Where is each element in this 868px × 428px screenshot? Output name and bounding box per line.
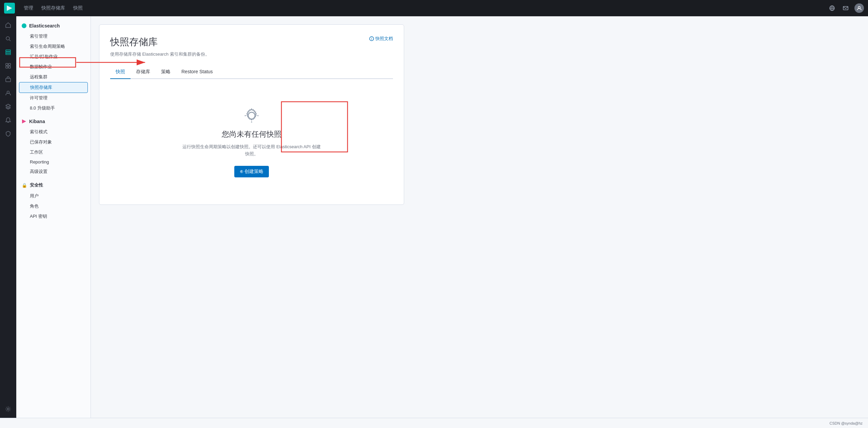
svg-point-16 bbox=[7, 408, 9, 410]
tab-repo[interactable]: 存储库 bbox=[131, 65, 156, 79]
nav-item-advanced-settings[interactable]: 高级设置 bbox=[16, 167, 91, 177]
sidebar-icon-bell[interactable] bbox=[2, 114, 14, 126]
user-avatar[interactable] bbox=[854, 3, 864, 13]
sidebar-icon-settings[interactable] bbox=[2, 403, 14, 415]
top-nav: 管理 快照存储库 快照 bbox=[20, 3, 86, 13]
svg-point-5 bbox=[6, 37, 9, 40]
svg-rect-13 bbox=[8, 66, 11, 68]
elasticsearch-section-header: Elasticsearch bbox=[16, 20, 91, 31]
kibana-section-header: Kibana bbox=[16, 116, 91, 127]
tabs-container: 快照 存储库 策略 Restore Status bbox=[110, 65, 393, 79]
kibana-section-icon bbox=[22, 119, 26, 124]
nav-item-dataframe[interactable]: 数据帧作业 bbox=[16, 62, 91, 72]
svg-line-6 bbox=[9, 40, 11, 41]
svg-rect-14 bbox=[6, 78, 11, 82]
sidebar-icon-stack[interactable] bbox=[2, 46, 14, 58]
nav-section-security: 🔒 安全性 用户 角色 API 密钥 bbox=[16, 179, 91, 221]
nav-item-license[interactable]: 许可管理 bbox=[16, 93, 91, 103]
nav-item-workspace[interactable]: 工作区 bbox=[16, 147, 91, 157]
create-policy-button[interactable]: ⊕ 创建策略 bbox=[234, 166, 269, 177]
elasticsearch-dot-icon bbox=[22, 23, 26, 28]
svg-point-4 bbox=[858, 6, 860, 8]
top-bar: 管理 快照存储库 快照 bbox=[0, 0, 868, 16]
nav-section-elasticsearch: Elasticsearch 索引管理 索引生命周期策略 汇总/打包作业 数据帧作… bbox=[16, 20, 91, 113]
svg-rect-12 bbox=[6, 66, 8, 68]
nav-item-users[interactable]: 用户 bbox=[16, 191, 91, 201]
mail-icon[interactable] bbox=[841, 3, 850, 13]
nav-item-index-management[interactable]: 索引管理 bbox=[16, 31, 91, 41]
nav-item-upgrade[interactable]: 8.0 升级助手 bbox=[16, 103, 91, 113]
tab-policy[interactable]: 策略 bbox=[156, 65, 176, 79]
main-layout: Elasticsearch 索引管理 索引生命周期策略 汇总/打包作业 数据帧作… bbox=[0, 16, 868, 418]
gear-icon-large bbox=[242, 106, 261, 125]
nav-item-ilm[interactable]: 索引生命周期策略 bbox=[16, 41, 91, 52]
nav-item-manage[interactable]: 管理 bbox=[20, 3, 37, 13]
nav-item-index-pattern[interactable]: 索引模式 bbox=[16, 127, 91, 137]
security-lock-icon: 🔒 bbox=[22, 183, 27, 188]
nav-item-roles[interactable]: 角色 bbox=[16, 201, 91, 211]
doc-link-label: 快照文档 bbox=[375, 36, 393, 42]
nav-item-snapshot-repo[interactable]: 快照存储库 bbox=[19, 82, 88, 93]
kibana-logo[interactable] bbox=[4, 3, 15, 14]
empty-state: 您尚未有任何快照 运行快照生命周期策略以创建快照。还可以使用 Elasticse… bbox=[110, 90, 393, 194]
nav-sidebar: Elasticsearch 索引管理 索引生命周期策略 汇总/打包作业 数据帧作… bbox=[16, 16, 91, 418]
sidebar-icon-home[interactable] bbox=[2, 19, 14, 31]
top-bar-right bbox=[827, 3, 864, 13]
page-header: 快照存储库 i 快照文档 bbox=[110, 36, 393, 48]
empty-state-desc: 运行快照生命周期策略以创建快照。还可以使用 Elasticsearch API … bbox=[180, 143, 323, 158]
elasticsearch-section-title: Elasticsearch bbox=[29, 23, 60, 28]
svg-text:i: i bbox=[371, 37, 372, 41]
nav-item-rollup[interactable]: 汇总/打包作业 bbox=[16, 52, 91, 62]
main-content-area: 快照存储库 i 快照文档 使用存储库存储 Elasticsearch 索引和集群… bbox=[91, 16, 868, 418]
security-section-header: 🔒 安全性 bbox=[16, 179, 91, 191]
svg-rect-3 bbox=[843, 6, 848, 10]
sidebar-icon-search[interactable] bbox=[2, 33, 14, 45]
icon-sidebar bbox=[0, 16, 16, 418]
svg-rect-11 bbox=[8, 63, 11, 65]
tab-snapshot[interactable]: 快照 bbox=[110, 65, 131, 79]
svg-rect-7 bbox=[6, 50, 11, 51]
kibana-section-title: Kibana bbox=[29, 119, 45, 124]
bottom-bar: CSDN @synda@hz bbox=[0, 418, 868, 428]
nav-item-api-keys[interactable]: API 密钥 bbox=[16, 211, 91, 221]
sidebar-icon-briefcase[interactable] bbox=[2, 73, 14, 85]
svg-rect-10 bbox=[6, 63, 8, 65]
nav-item-snapshot[interactable]: 快照 bbox=[70, 3, 86, 13]
bottom-bar-text: CSDN @synda@hz bbox=[829, 421, 863, 425]
doc-link[interactable]: i 快照文档 bbox=[369, 36, 393, 42]
page-title: 快照存储库 bbox=[110, 36, 158, 48]
svg-rect-8 bbox=[6, 52, 11, 53]
nav-item-remote-cluster[interactable]: 远程集群 bbox=[16, 72, 91, 82]
nav-item-reporting[interactable]: Reporting bbox=[16, 157, 91, 167]
sidebar-icon-grid[interactable] bbox=[2, 60, 14, 72]
content-card: 快照存储库 i 快照文档 使用存储库存储 Elasticsearch 索引和集群… bbox=[99, 24, 404, 205]
sidebar-icon-user[interactable] bbox=[2, 87, 14, 99]
svg-rect-9 bbox=[6, 53, 11, 55]
empty-state-title: 您尚未有任何快照 bbox=[222, 129, 281, 139]
tab-restore-status[interactable]: Restore Status bbox=[176, 65, 218, 79]
nav-item-snapshot-repo[interactable]: 快照存储库 bbox=[38, 3, 68, 13]
sidebar-icon-shield[interactable] bbox=[2, 128, 14, 140]
nav-section-kibana: Kibana 索引模式 已保存对象 工作区 Reporting 高级设置 bbox=[16, 116, 91, 177]
page-subtitle: 使用存储库存储 Elasticsearch 索引和集群的备份。 bbox=[110, 51, 393, 57]
nav-item-saved-objects[interactable]: 已保存对象 bbox=[16, 137, 91, 147]
globe-icon[interactable] bbox=[827, 3, 837, 13]
sidebar-icon-layers[interactable] bbox=[2, 100, 14, 113]
security-section-title: 安全性 bbox=[30, 182, 43, 188]
